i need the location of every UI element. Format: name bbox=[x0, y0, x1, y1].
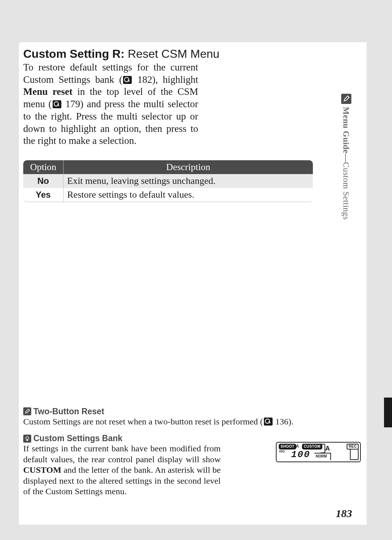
table-row: No Exit menu, leaving settings unchanged… bbox=[23, 174, 313, 188]
cell-option: No bbox=[23, 174, 64, 188]
content-column: Custom Setting R: Reset CSM Menu To rest… bbox=[23, 47, 321, 202]
panel-rec-badge: REC bbox=[347, 444, 359, 450]
page-ref-icon bbox=[264, 418, 273, 426]
title-rest: Reset CSM Menu bbox=[124, 47, 219, 60]
table-row: Yes Restore settings to default values. bbox=[23, 188, 313, 202]
panel-iso-label: ISO bbox=[279, 450, 285, 453]
page-sheet: Menu Guide—Custom Settings Custom Settin… bbox=[19, 42, 367, 525]
note-heading-two-button: Two-Button Reset bbox=[23, 407, 323, 416]
thumb-tab bbox=[384, 398, 392, 427]
side-tab: Menu Guide—Custom Settings bbox=[341, 94, 353, 239]
note-text-bank: If settings in the current bank have bee… bbox=[23, 443, 221, 497]
pencil-icon bbox=[341, 94, 351, 104]
pencil-icon bbox=[23, 407, 31, 415]
cell-description: Exit menu, leaving settings unchanged. bbox=[64, 174, 313, 188]
panel-a-letter: A bbox=[325, 445, 330, 452]
page-ref-icon bbox=[53, 100, 61, 108]
table-header-row: Option Description bbox=[23, 160, 313, 174]
rear-panel-illustration: SHOOT A CUSTOM A REC ISO 100 NORM bbox=[276, 442, 361, 462]
cell-description: Restore settings to default values. bbox=[64, 188, 313, 202]
note-text-two-button: Custom Settings are not reset when a two… bbox=[23, 416, 323, 427]
side-tab-label: Menu Guide—Custom Settings bbox=[341, 107, 351, 220]
svg-point-0 bbox=[26, 436, 29, 439]
intro-paragraph: To restore default settings for the curr… bbox=[23, 61, 198, 147]
bulb-icon bbox=[23, 435, 31, 443]
panel-norm-label: NORM bbox=[316, 454, 327, 458]
side-thin: Custom Settings bbox=[342, 162, 351, 220]
col-option: Option bbox=[23, 160, 64, 174]
panel-iso-value: 100 bbox=[291, 449, 310, 460]
options-table: Option Description No Exit menu, leaving… bbox=[23, 160, 313, 202]
page-number: 183 bbox=[336, 507, 352, 520]
side-bold: Menu Guide— bbox=[342, 107, 351, 162]
cell-option: Yes bbox=[23, 188, 64, 202]
panel-shoot-letter: A bbox=[296, 444, 299, 449]
panel-rec-box bbox=[350, 449, 359, 460]
panel-custom-badge: CUSTOM bbox=[302, 444, 322, 450]
page-title: Custom Setting R: Reset CSM Menu bbox=[23, 47, 321, 61]
col-description: Description bbox=[64, 160, 313, 174]
panel-shoot-badge: SHOOT bbox=[279, 444, 296, 450]
panel-bracket bbox=[321, 444, 325, 453]
title-bold: Custom Setting R: bbox=[23, 47, 124, 60]
page-ref-icon bbox=[123, 76, 132, 84]
